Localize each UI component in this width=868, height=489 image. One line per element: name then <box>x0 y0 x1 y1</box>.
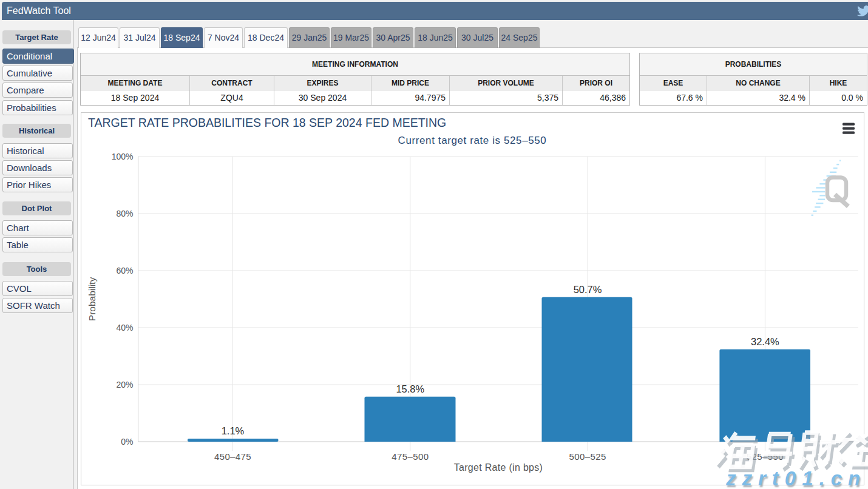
svg-text:1.1%: 1.1% <box>222 425 245 436</box>
svg-text:TARGET RATE PROBABILITIES FOR: TARGET RATE PROBABILITIES FOR 18 SEP 202… <box>88 116 446 129</box>
svg-text:80%: 80% <box>116 209 133 218</box>
svg-text:32.4%: 32.4% <box>751 336 779 347</box>
svg-text:450–475: 450–475 <box>214 451 251 462</box>
svg-text:475–500: 475–500 <box>392 451 429 462</box>
svg-text:Probability: Probability <box>87 277 97 322</box>
svg-text:500–525: 500–525 <box>569 451 606 462</box>
svg-text:60%: 60% <box>116 266 133 275</box>
svg-text:Target Rate (in bps): Target Rate (in bps) <box>454 462 543 473</box>
svg-text:0%: 0% <box>121 437 133 447</box>
svg-text:50.7%: 50.7% <box>574 284 602 295</box>
svg-text:Current target rate is 525–550: Current target rate is 525–550 <box>398 135 547 146</box>
svg-text:100%: 100% <box>112 152 134 161</box>
svg-text:20%: 20% <box>116 380 133 390</box>
svg-text:15.8%: 15.8% <box>396 383 424 394</box>
svg-text:40%: 40% <box>116 323 133 332</box>
